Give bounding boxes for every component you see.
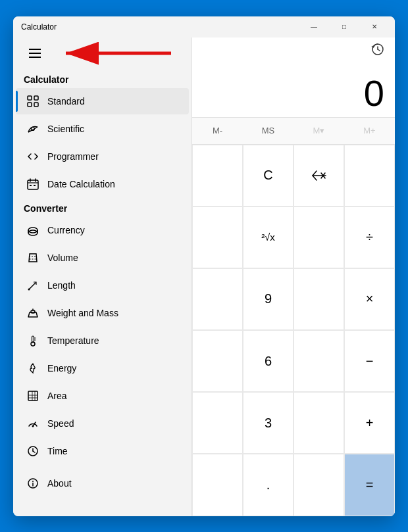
arrow-indicator <box>46 40 178 66</box>
main-panel: 0 M- MS M▾ M+ C ²√x÷9×6−3+.= <box>192 37 395 516</box>
calc-button[interactable] <box>344 145 395 206</box>
top-bar <box>192 37 395 64</box>
sidebar-item-about[interactable]: About <box>16 470 189 496</box>
sidebar-item-currency[interactable]: Currency <box>16 217 189 243</box>
hamburger-line-1 <box>29 49 41 50</box>
sidebar-item-weight[interactable]: Weight and Mass <box>16 300 189 326</box>
svg-line-17 <box>29 283 36 289</box>
programmer-label: Programmer <box>47 151 99 162</box>
close-button[interactable]: ✕ <box>359 16 390 37</box>
sidebar-item-scientific[interactable]: Scientific <box>16 116 189 142</box>
sidebar-item-length[interactable]: Length <box>16 272 189 299</box>
currency-label: Currency <box>47 225 85 235</box>
temperature-label: Temperature <box>47 335 99 346</box>
calculator-window: Calculator — □ ✕ <box>13 16 395 516</box>
memory-row: M- MS M▾ M+ <box>192 117 395 145</box>
equals-button[interactable]: = <box>344 454 395 516</box>
nine-button[interactable]: 9 <box>243 268 293 330</box>
display-value: 0 <box>203 75 384 112</box>
svg-point-18 <box>28 288 30 290</box>
sidebar-header <box>13 37 191 69</box>
mem-recall-button[interactable]: M▾ <box>293 118 344 144</box>
scientific-label: Scientific <box>47 124 84 134</box>
sidebar-item-speed[interactable]: Speed <box>16 410 189 437</box>
minimize-button[interactable]: — <box>299 16 329 37</box>
calculator-section-label: Calculator <box>13 69 191 87</box>
svg-rect-2 <box>28 96 32 100</box>
svg-rect-4 <box>28 103 32 107</box>
energy-icon <box>26 362 39 375</box>
divide-button[interactable]: ÷ <box>344 206 395 268</box>
volume-label: Volume <box>47 253 78 263</box>
sidebar-item-programmer[interactable]: Programmer <box>16 143 189 170</box>
about-label: About <box>47 478 72 489</box>
sidebar-item-area[interactable]: Area <box>16 383 189 409</box>
calc-button[interactable] <box>293 392 344 454</box>
calc-button[interactable] <box>293 330 344 392</box>
energy-label: Energy <box>47 363 76 374</box>
about-icon <box>26 477 39 490</box>
calc-button[interactable] <box>192 268 243 330</box>
calculator-grid: C ²√x÷9×6−3+.= <box>192 145 395 516</box>
svg-line-40 <box>378 49 380 51</box>
svg-rect-25 <box>28 391 38 400</box>
svg-rect-7 <box>28 180 38 189</box>
sidebar-item-time[interactable]: Time <box>16 438 189 464</box>
converter-section-label: Converter <box>13 198 191 216</box>
weight-icon <box>26 306 39 320</box>
window-title: Calculator <box>21 22 57 32</box>
sidebar-item-temperature[interactable]: Temperature <box>16 327 189 354</box>
date-icon <box>26 178 39 191</box>
backspace-button[interactable] <box>293 145 344 206</box>
currency-icon <box>26 224 39 237</box>
decimal-button[interactable]: . <box>243 454 293 516</box>
mem-minus-button[interactable]: M- <box>192 118 243 144</box>
area-icon <box>26 389 39 402</box>
length-label: Length <box>47 280 76 291</box>
date-label: Date Calculation <box>47 179 115 189</box>
time-icon <box>26 445 39 458</box>
sidebar-item-volume[interactable]: Volume <box>16 245 189 271</box>
hamburger-button[interactable] <box>24 43 46 63</box>
plus-button[interactable]: + <box>344 392 395 454</box>
mem-plus-button[interactable]: M+ <box>344 118 395 144</box>
calc-button[interactable] <box>192 145 243 206</box>
area-label: Area <box>47 391 67 401</box>
minus-button[interactable]: − <box>344 330 395 392</box>
calc-button[interactable] <box>192 330 243 392</box>
clear-button[interactable]: C <box>243 145 293 206</box>
six-button[interactable]: 6 <box>243 330 293 392</box>
mem-store-button[interactable]: MS <box>243 118 293 144</box>
sidebar: Calculator Standard <box>13 37 192 516</box>
three-button[interactable]: 3 <box>243 392 293 454</box>
calc-button[interactable] <box>293 454 344 516</box>
hamburger-line-3 <box>29 57 41 58</box>
calc-button[interactable] <box>192 454 243 516</box>
svg-rect-3 <box>34 96 38 100</box>
calc-button[interactable] <box>192 206 243 268</box>
maximize-button[interactable]: □ <box>329 16 359 37</box>
sqrt-button[interactable]: ²√x <box>243 206 293 268</box>
svg-rect-11 <box>30 185 32 186</box>
history-button[interactable] <box>366 40 390 62</box>
app-body: Calculator Standard <box>13 37 395 516</box>
sidebar-item-date[interactable]: Date Calculation <box>16 171 189 197</box>
svg-line-34 <box>33 451 35 452</box>
window-controls: — □ ✕ <box>299 16 390 37</box>
length-icon <box>26 279 39 292</box>
calc-button[interactable] <box>192 392 243 454</box>
volume-icon <box>26 251 39 264</box>
speed-icon <box>26 417 39 430</box>
multiply-button[interactable]: × <box>344 268 395 330</box>
programmer-icon <box>26 150 39 163</box>
svg-rect-5 <box>34 103 38 107</box>
calc-button[interactable] <box>293 268 344 330</box>
sidebar-item-standard[interactable]: Standard <box>16 88 189 114</box>
svg-rect-12 <box>34 185 36 186</box>
calc-button[interactable] <box>293 206 344 268</box>
weight-label: Weight and Mass <box>47 308 118 318</box>
sidebar-item-energy[interactable]: Energy <box>16 355 189 381</box>
scientific-icon <box>26 122 39 135</box>
speed-label: Speed <box>47 418 74 429</box>
title-bar: Calculator — □ ✕ <box>13 16 395 37</box>
